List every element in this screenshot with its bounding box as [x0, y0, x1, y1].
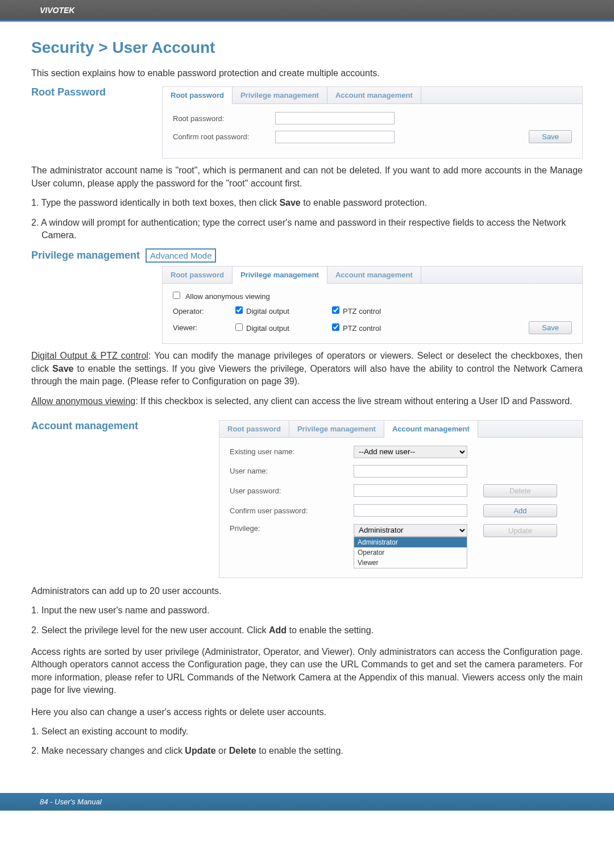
root-password-step2: 2. A window will prompt for authenticati…: [31, 217, 583, 242]
footer: 84 - User's Manual: [0, 793, 614, 811]
privilege-select[interactable]: Administrator: [354, 524, 467, 537]
privilege-options-list[interactable]: Administrator Operator Viewer: [354, 537, 467, 568]
header-bar: VIVOTEK: [0, 0, 614, 22]
footer-text: 84 - User's Manual: [40, 798, 102, 806]
tab-root-password[interactable]: Root password: [163, 267, 233, 283]
advanced-mode-badge: Advanced Mode: [146, 248, 216, 263]
page-title: Security > User Account: [31, 39, 583, 57]
root-password-input[interactable]: [275, 112, 395, 124]
tab-account-management[interactable]: Account management: [327, 267, 421, 283]
confirm-root-password-label: Confirm root password:: [173, 132, 269, 141]
allow-anonymous-label: Allow anonymous viewing: [185, 292, 270, 301]
user-name-input[interactable]: [354, 465, 467, 477]
save-button[interactable]: Save: [529, 130, 572, 143]
update-button[interactable]: Update: [483, 524, 557, 537]
tab-root-password[interactable]: Root password: [163, 87, 233, 104]
add-button[interactable]: Add: [483, 504, 557, 517]
tabs: Root password Privilege management Accou…: [163, 87, 582, 104]
privilege-management-heading: Privilege management: [31, 250, 140, 261]
delete-button[interactable]: Delete: [483, 484, 557, 497]
privilege-management-panel: Root password Privilege management Accou…: [162, 266, 583, 344]
brand-text: VIVOTEK: [40, 6, 74, 15]
root-password-desc: The administrator account name is "root"…: [31, 164, 583, 190]
operator-ptz-checkbox[interactable]: [332, 306, 339, 314]
acct-step2: 2. Select the privilege level for the ne…: [31, 624, 583, 637]
allow-anonymous-desc: Allow anonymous viewing: If this checkbo…: [31, 395, 583, 408]
digital-output-ptz-desc: Digital Output & PTZ control: You can mo…: [31, 350, 583, 388]
user-password-input[interactable]: [354, 484, 467, 497]
operator-label: Operator:: [173, 307, 235, 315]
root-password-label: Root password:: [173, 114, 269, 123]
privilege-option-viewer[interactable]: Viewer: [354, 558, 467, 568]
privilege-option-administrator[interactable]: Administrator: [354, 537, 467, 547]
allow-anonymous-checkbox[interactable]: [173, 292, 180, 299]
user-name-label: User name:: [230, 467, 343, 475]
save-button[interactable]: Save: [529, 321, 572, 334]
tab-account-management[interactable]: Account management: [327, 87, 421, 103]
root-password-heading: Root Password: [31, 86, 125, 98]
privilege-option-operator[interactable]: Operator: [354, 547, 467, 558]
account-management-panel: Root password Privilege management Accou…: [219, 420, 583, 578]
acct-change-delete-desc: Here you also can change a user's access…: [31, 706, 583, 719]
root-password-panel: Root password Privilege management Accou…: [162, 86, 583, 159]
acct-step3: 1. Select an existing account to modify.: [31, 725, 583, 738]
tab-privilege-management[interactable]: Privilege management: [233, 267, 327, 284]
account-management-heading: Account management: [31, 420, 173, 432]
acct-max-users: Administrators can add up to 20 user acc…: [31, 585, 583, 597]
existing-user-select[interactable]: --Add new user--: [354, 446, 467, 458]
tab-root-password[interactable]: Root password: [219, 421, 289, 437]
privilege-label: Privilege:: [230, 524, 343, 533]
root-password-step1: 1. Type the password identically in both…: [31, 197, 583, 209]
viewer-digital-output-checkbox[interactable]: [235, 323, 243, 331]
tab-privilege-management[interactable]: Privilege management: [289, 421, 384, 437]
viewer-label: Viewer:: [173, 323, 235, 332]
confirm-root-password-input[interactable]: [275, 131, 395, 143]
user-password-label: User password:: [230, 487, 343, 495]
existing-user-label: Existing user name:: [230, 447, 343, 456]
confirm-user-password-label: Confirm user password:: [230, 506, 343, 515]
confirm-user-password-input[interactable]: [354, 504, 467, 517]
tab-privilege-management[interactable]: Privilege management: [233, 87, 327, 103]
acct-step4: 2. Make necessary changes and click Upda…: [31, 745, 583, 757]
intro-text: This section explains how to enable pass…: [31, 67, 583, 80]
operator-digital-output-checkbox[interactable]: [235, 306, 243, 314]
acct-step1: 1. Input the new user's name and passwor…: [31, 604, 583, 617]
tab-account-management[interactable]: Account management: [384, 421, 478, 438]
viewer-ptz-checkbox[interactable]: [332, 323, 339, 331]
acct-access-rights-desc: Access rights are sorted by user privile…: [31, 646, 583, 697]
page-content: Security > User Account This section exp…: [0, 22, 614, 776]
